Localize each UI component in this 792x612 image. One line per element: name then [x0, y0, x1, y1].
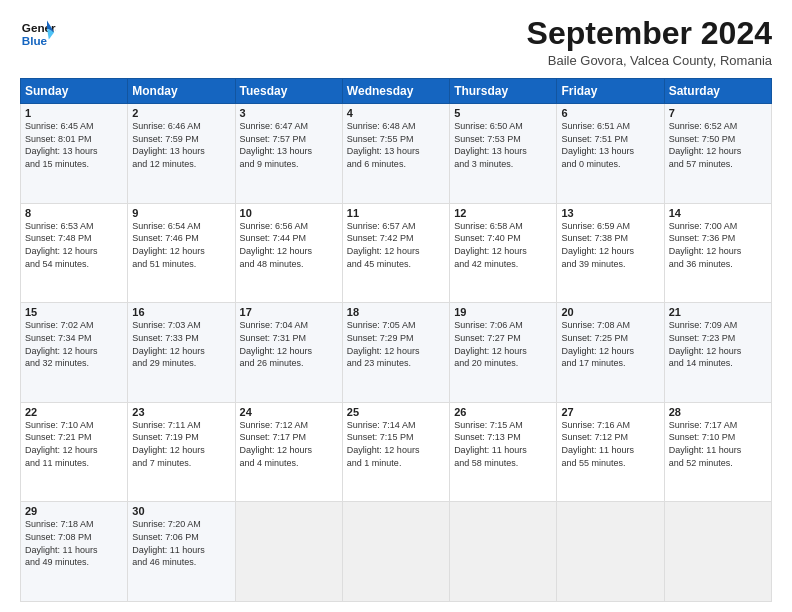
calendar-week-4: 22Sunrise: 7:10 AM Sunset: 7:21 PM Dayli…	[21, 402, 772, 502]
day-info: Sunrise: 7:18 AM Sunset: 7:08 PM Dayligh…	[25, 518, 123, 568]
calendar-header-tuesday: Tuesday	[235, 79, 342, 104]
calendar-cell: 25Sunrise: 7:14 AM Sunset: 7:15 PM Dayli…	[342, 402, 449, 502]
day-number: 22	[25, 406, 123, 418]
calendar-cell	[450, 502, 557, 602]
day-number: 25	[347, 406, 445, 418]
day-number: 3	[240, 107, 338, 119]
calendar-header-wednesday: Wednesday	[342, 79, 449, 104]
logo: General Blue	[20, 16, 56, 52]
calendar-cell: 14Sunrise: 7:00 AM Sunset: 7:36 PM Dayli…	[664, 203, 771, 303]
calendar-body: 1Sunrise: 6:45 AM Sunset: 8:01 PM Daylig…	[21, 104, 772, 602]
day-info: Sunrise: 7:12 AM Sunset: 7:17 PM Dayligh…	[240, 419, 338, 469]
calendar-cell: 19Sunrise: 7:06 AM Sunset: 7:27 PM Dayli…	[450, 303, 557, 403]
calendar-cell: 27Sunrise: 7:16 AM Sunset: 7:12 PM Dayli…	[557, 402, 664, 502]
calendar-cell: 28Sunrise: 7:17 AM Sunset: 7:10 PM Dayli…	[664, 402, 771, 502]
day-number: 2	[132, 107, 230, 119]
day-number: 21	[669, 306, 767, 318]
day-info: Sunrise: 6:47 AM Sunset: 7:57 PM Dayligh…	[240, 120, 338, 170]
calendar-header-row: SundayMondayTuesdayWednesdayThursdayFrid…	[21, 79, 772, 104]
day-info: Sunrise: 6:59 AM Sunset: 7:38 PM Dayligh…	[561, 220, 659, 270]
calendar-week-1: 1Sunrise: 6:45 AM Sunset: 8:01 PM Daylig…	[21, 104, 772, 204]
calendar-cell: 21Sunrise: 7:09 AM Sunset: 7:23 PM Dayli…	[664, 303, 771, 403]
day-number: 7	[669, 107, 767, 119]
calendar-cell: 24Sunrise: 7:12 AM Sunset: 7:17 PM Dayli…	[235, 402, 342, 502]
month-title: September 2024	[527, 16, 772, 51]
calendar-cell: 8Sunrise: 6:53 AM Sunset: 7:48 PM Daylig…	[21, 203, 128, 303]
day-info: Sunrise: 7:11 AM Sunset: 7:19 PM Dayligh…	[132, 419, 230, 469]
calendar-cell: 22Sunrise: 7:10 AM Sunset: 7:21 PM Dayli…	[21, 402, 128, 502]
calendar-week-3: 15Sunrise: 7:02 AM Sunset: 7:34 PM Dayli…	[21, 303, 772, 403]
day-number: 16	[132, 306, 230, 318]
day-info: Sunrise: 7:08 AM Sunset: 7:25 PM Dayligh…	[561, 319, 659, 369]
day-info: Sunrise: 7:02 AM Sunset: 7:34 PM Dayligh…	[25, 319, 123, 369]
day-info: Sunrise: 7:15 AM Sunset: 7:13 PM Dayligh…	[454, 419, 552, 469]
day-number: 5	[454, 107, 552, 119]
calendar-cell	[664, 502, 771, 602]
day-info: Sunrise: 7:14 AM Sunset: 7:15 PM Dayligh…	[347, 419, 445, 469]
day-number: 20	[561, 306, 659, 318]
day-info: Sunrise: 6:52 AM Sunset: 7:50 PM Dayligh…	[669, 120, 767, 170]
calendar-cell: 6Sunrise: 6:51 AM Sunset: 7:51 PM Daylig…	[557, 104, 664, 204]
day-info: Sunrise: 6:53 AM Sunset: 7:48 PM Dayligh…	[25, 220, 123, 270]
day-info: Sunrise: 7:03 AM Sunset: 7:33 PM Dayligh…	[132, 319, 230, 369]
calendar-cell: 17Sunrise: 7:04 AM Sunset: 7:31 PM Dayli…	[235, 303, 342, 403]
location-subtitle: Baile Govora, Valcea County, Romania	[527, 53, 772, 68]
day-number: 28	[669, 406, 767, 418]
calendar-cell: 9Sunrise: 6:54 AM Sunset: 7:46 PM Daylig…	[128, 203, 235, 303]
day-number: 15	[25, 306, 123, 318]
day-number: 17	[240, 306, 338, 318]
day-number: 4	[347, 107, 445, 119]
calendar-week-5: 29Sunrise: 7:18 AM Sunset: 7:08 PM Dayli…	[21, 502, 772, 602]
day-number: 26	[454, 406, 552, 418]
calendar-cell: 3Sunrise: 6:47 AM Sunset: 7:57 PM Daylig…	[235, 104, 342, 204]
logo-icon: General Blue	[20, 16, 56, 52]
day-number: 18	[347, 306, 445, 318]
svg-text:Blue: Blue	[22, 34, 48, 47]
day-number: 9	[132, 207, 230, 219]
calendar-cell	[235, 502, 342, 602]
calendar-cell: 2Sunrise: 6:46 AM Sunset: 7:59 PM Daylig…	[128, 104, 235, 204]
calendar-cell: 12Sunrise: 6:58 AM Sunset: 7:40 PM Dayli…	[450, 203, 557, 303]
day-number: 29	[25, 505, 123, 517]
day-info: Sunrise: 6:51 AM Sunset: 7:51 PM Dayligh…	[561, 120, 659, 170]
calendar-header-monday: Monday	[128, 79, 235, 104]
day-number: 10	[240, 207, 338, 219]
calendar-cell: 11Sunrise: 6:57 AM Sunset: 7:42 PM Dayli…	[342, 203, 449, 303]
calendar-header-thursday: Thursday	[450, 79, 557, 104]
calendar-cell: 23Sunrise: 7:11 AM Sunset: 7:19 PM Dayli…	[128, 402, 235, 502]
day-info: Sunrise: 7:20 AM Sunset: 7:06 PM Dayligh…	[132, 518, 230, 568]
calendar-header-friday: Friday	[557, 79, 664, 104]
calendar-cell: 4Sunrise: 6:48 AM Sunset: 7:55 PM Daylig…	[342, 104, 449, 204]
calendar-cell: 26Sunrise: 7:15 AM Sunset: 7:13 PM Dayli…	[450, 402, 557, 502]
day-number: 11	[347, 207, 445, 219]
day-info: Sunrise: 6:57 AM Sunset: 7:42 PM Dayligh…	[347, 220, 445, 270]
day-number: 24	[240, 406, 338, 418]
calendar-cell: 29Sunrise: 7:18 AM Sunset: 7:08 PM Dayli…	[21, 502, 128, 602]
day-number: 1	[25, 107, 123, 119]
day-number: 23	[132, 406, 230, 418]
calendar-cell: 10Sunrise: 6:56 AM Sunset: 7:44 PM Dayli…	[235, 203, 342, 303]
day-number: 30	[132, 505, 230, 517]
calendar-cell: 13Sunrise: 6:59 AM Sunset: 7:38 PM Dayli…	[557, 203, 664, 303]
day-info: Sunrise: 6:56 AM Sunset: 7:44 PM Dayligh…	[240, 220, 338, 270]
day-info: Sunrise: 6:58 AM Sunset: 7:40 PM Dayligh…	[454, 220, 552, 270]
day-info: Sunrise: 6:45 AM Sunset: 8:01 PM Dayligh…	[25, 120, 123, 170]
day-number: 8	[25, 207, 123, 219]
calendar-cell: 7Sunrise: 6:52 AM Sunset: 7:50 PM Daylig…	[664, 104, 771, 204]
day-info: Sunrise: 7:16 AM Sunset: 7:12 PM Dayligh…	[561, 419, 659, 469]
day-info: Sunrise: 7:00 AM Sunset: 7:36 PM Dayligh…	[669, 220, 767, 270]
day-info: Sunrise: 7:04 AM Sunset: 7:31 PM Dayligh…	[240, 319, 338, 369]
calendar-cell: 18Sunrise: 7:05 AM Sunset: 7:29 PM Dayli…	[342, 303, 449, 403]
day-info: Sunrise: 7:05 AM Sunset: 7:29 PM Dayligh…	[347, 319, 445, 369]
day-number: 13	[561, 207, 659, 219]
calendar-week-2: 8Sunrise: 6:53 AM Sunset: 7:48 PM Daylig…	[21, 203, 772, 303]
header: General Blue September 2024 Baile Govora…	[20, 16, 772, 68]
calendar-header-saturday: Saturday	[664, 79, 771, 104]
calendar-cell: 20Sunrise: 7:08 AM Sunset: 7:25 PM Dayli…	[557, 303, 664, 403]
day-info: Sunrise: 6:54 AM Sunset: 7:46 PM Dayligh…	[132, 220, 230, 270]
day-number: 27	[561, 406, 659, 418]
day-number: 14	[669, 207, 767, 219]
page: General Blue September 2024 Baile Govora…	[0, 0, 792, 612]
day-info: Sunrise: 6:46 AM Sunset: 7:59 PM Dayligh…	[132, 120, 230, 170]
day-info: Sunrise: 7:06 AM Sunset: 7:27 PM Dayligh…	[454, 319, 552, 369]
